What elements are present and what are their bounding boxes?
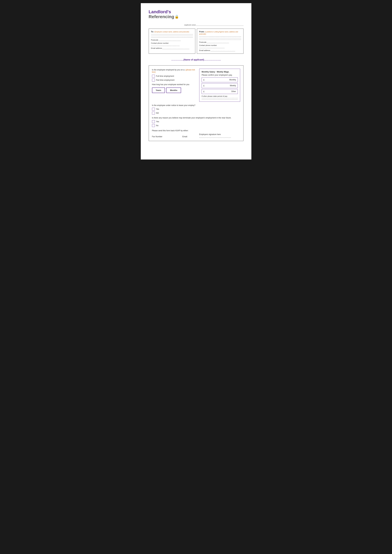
form-right: Monthly Salary - Weekly Wage. Please con… (199, 69, 240, 102)
other-label: Other (231, 90, 236, 93)
yes1-row: Yes (152, 108, 240, 111)
monthly-pound: £ (203, 79, 204, 81)
document-page: Landlord's Referencing 🔒 (Applicants nam… (141, 3, 251, 159)
logo: Landlord's Referencing 🔒 (149, 9, 244, 19)
to-box: To: (Employers contact name, address and… (149, 28, 195, 54)
main-form-section: Is the employee employed by you on a: (p… (149, 65, 244, 141)
full-time-checkbox[interactable] (152, 75, 155, 77)
if-other-text: If other please state period of pay (202, 95, 238, 97)
to-contact: Contact phone number (151, 42, 193, 46)
terminate-question: Is there any reason you believe may term… (152, 117, 240, 119)
no2-row: No (152, 124, 240, 127)
from-postcode: Postcode (199, 41, 241, 43)
part-time-checkbox[interactable] (152, 79, 155, 82)
from-contact: Contact phone number (199, 44, 241, 48)
pay-title: Monthly Salary - Weekly Wage. (202, 71, 238, 73)
logo-landlords: Landlord's (149, 9, 244, 14)
full-time-row: Full time employment (152, 75, 196, 77)
sig-field: Employers signature here (199, 133, 240, 138)
from-box: From: (Landlord or Letting Agents name, … (197, 28, 244, 54)
yes1-checkbox[interactable] (152, 108, 155, 111)
to-dot-line-3 (151, 37, 193, 38)
footer-row: Fax Number Email: Employers signature he… (152, 133, 240, 138)
logo-referencing: Referencing (149, 14, 174, 19)
notice-question: Is the employee under notice to leave yo… (152, 104, 240, 106)
address-boxes: To: (Employers contact name, address and… (149, 28, 244, 54)
if-other-dots (202, 98, 238, 98)
other-pound: £ (203, 90, 204, 93)
applicant-name-line: (Applicants name) (149, 24, 244, 26)
sig-dots (199, 138, 231, 138)
applicant-name-label: (Applicants name) (184, 24, 196, 26)
weekly-label: Weekly (230, 84, 236, 87)
part-time-row: Part time employment (152, 79, 196, 82)
weekly-pound: £ (203, 84, 204, 87)
months-box[interactable]: Months (166, 88, 181, 93)
to-email: Email address (151, 47, 193, 49)
to-dot-line-1 (151, 34, 193, 35)
logo-icon: 🔒 (175, 15, 179, 19)
monthly-pay-row: £ Monthly (202, 77, 238, 82)
from-dot-line-3 (199, 40, 241, 40)
yes2-row: Yes (152, 120, 240, 123)
form-inner: Is the employee employed by you on a: (p… (152, 69, 240, 102)
applicant-name-dots (196, 26, 244, 26)
no2-checkbox[interactable] (152, 124, 155, 127)
from-dot-line-1 (199, 36, 241, 37)
yes2-checkbox[interactable] (152, 120, 155, 123)
years-months-boxes: Years Months (152, 88, 196, 93)
from-email: Email address (199, 49, 241, 51)
weekly-pay-row: £ Weekly (202, 83, 238, 88)
if-other-dots-2 (202, 99, 238, 100)
form-left: Is the employee employed by you on a: (p… (152, 69, 196, 102)
monthly-label: Monthly (229, 79, 236, 81)
pay-confirm: Please confirm your employee's pay. (202, 74, 238, 76)
to-postcode: Postcode (151, 39, 193, 41)
no1-row: NO (152, 112, 240, 115)
employment-question: Is the employee employed by you on a: (p… (152, 69, 196, 73)
to-label: To: (Employers contact name, address and… (151, 31, 193, 33)
how-long-question: How long has your employee worked for yo… (152, 83, 196, 86)
from-label: From: (Landlord or Letting Agents name, … (199, 31, 241, 35)
other-pay-row: £ Other (202, 89, 238, 94)
send-back-text: Please send this form back ASAP by eithe… (152, 130, 240, 132)
applicant-name-center: ……………..(Name of applicant)………………….. (149, 58, 244, 61)
no1-checkbox[interactable] (152, 112, 155, 115)
years-box[interactable]: Years (152, 88, 165, 93)
fax-field: Fax Number (152, 136, 179, 138)
email-field-footer: Email: (182, 136, 196, 138)
